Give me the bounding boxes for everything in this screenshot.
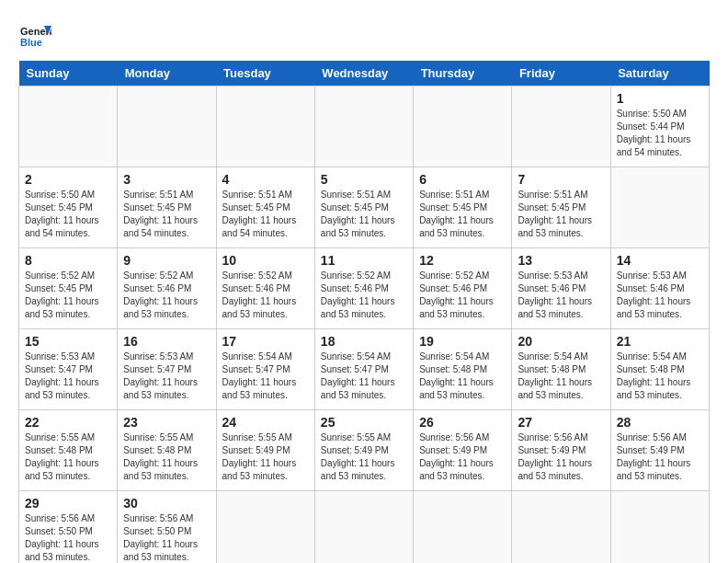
- day-info: Sunrise: 5:54 AM Sunset: 5:47 PM Dayligh…: [222, 350, 309, 402]
- day-info: Sunrise: 5:56 AM Sunset: 5:50 PM Dayligh…: [123, 512, 210, 563]
- day-number: 16: [123, 334, 210, 349]
- calendar-header-row: SundayMondayTuesdayWednesdayThursdayFrid…: [19, 61, 710, 86]
- calendar-cell: 22Sunrise: 5:55 AM Sunset: 5:48 PM Dayli…: [19, 410, 118, 491]
- calendar-cell: 1Sunrise: 5:50 AM Sunset: 5:44 PM Daylig…: [610, 86, 709, 167]
- day-number: 8: [25, 253, 111, 268]
- calendar-cell: 5Sunrise: 5:51 AM Sunset: 5:45 PM Daylig…: [314, 167, 413, 248]
- day-number: 20: [518, 334, 604, 349]
- calendar-cell: 29Sunrise: 5:56 AM Sunset: 5:50 PM Dayli…: [19, 491, 118, 564]
- day-number: 17: [222, 334, 309, 349]
- page-header: General Blue: [18, 18, 710, 52]
- day-info: Sunrise: 5:54 AM Sunset: 5:48 PM Dayligh…: [419, 350, 506, 402]
- calendar-cell: 27Sunrise: 5:56 AM Sunset: 5:49 PM Dayli…: [512, 410, 610, 491]
- day-info: Sunrise: 5:55 AM Sunset: 5:49 PM Dayligh…: [321, 431, 407, 483]
- header-wednesday: Wednesday: [314, 61, 413, 86]
- day-number: 12: [419, 253, 506, 268]
- day-info: Sunrise: 5:55 AM Sunset: 5:48 PM Dayligh…: [25, 431, 111, 483]
- day-info: Sunrise: 5:53 AM Sunset: 5:46 PM Dayligh…: [518, 270, 604, 321]
- calendar-cell: 28Sunrise: 5:56 AM Sunset: 5:49 PM Dayli…: [610, 410, 709, 491]
- day-info: Sunrise: 5:51 AM Sunset: 5:45 PM Dayligh…: [518, 189, 604, 240]
- calendar-cell: 26Sunrise: 5:56 AM Sunset: 5:49 PM Dayli…: [414, 410, 512, 491]
- calendar-table: SundayMondayTuesdayWednesdayThursdayFrid…: [18, 61, 710, 563]
- day-info: Sunrise: 5:56 AM Sunset: 5:50 PM Dayligh…: [25, 512, 111, 563]
- calendar-cell: [118, 86, 216, 167]
- day-number: 11: [321, 253, 407, 268]
- week-row-2: 2Sunrise: 5:50 AM Sunset: 5:45 PM Daylig…: [19, 167, 710, 248]
- day-number: 1: [617, 91, 703, 106]
- day-number: 27: [518, 415, 604, 430]
- day-number: 24: [222, 415, 309, 430]
- day-number: 3: [123, 172, 210, 187]
- calendar-cell: 14Sunrise: 5:53 AM Sunset: 5:46 PM Dayli…: [610, 248, 709, 329]
- calendar-cell: 12Sunrise: 5:52 AM Sunset: 5:46 PM Dayli…: [414, 248, 512, 329]
- day-number: 28: [617, 415, 703, 430]
- day-number: 26: [419, 415, 506, 430]
- calendar-cell: 4Sunrise: 5:51 AM Sunset: 5:45 PM Daylig…: [216, 167, 314, 248]
- week-row-1: 1Sunrise: 5:50 AM Sunset: 5:44 PM Daylig…: [19, 86, 710, 167]
- calendar-cell: 21Sunrise: 5:54 AM Sunset: 5:48 PM Dayli…: [610, 329, 709, 410]
- day-number: 23: [123, 415, 210, 430]
- calendar-cell: 9Sunrise: 5:52 AM Sunset: 5:46 PM Daylig…: [118, 248, 216, 329]
- day-info: Sunrise: 5:51 AM Sunset: 5:45 PM Dayligh…: [123, 189, 210, 240]
- calendar-cell: 30Sunrise: 5:56 AM Sunset: 5:50 PM Dayli…: [118, 491, 216, 564]
- calendar-cell: [414, 86, 512, 167]
- calendar-cell: 16Sunrise: 5:53 AM Sunset: 5:47 PM Dayli…: [118, 329, 216, 410]
- calendar-cell: [216, 491, 314, 564]
- day-info: Sunrise: 5:50 AM Sunset: 5:45 PM Dayligh…: [25, 189, 111, 240]
- header-monday: Monday: [118, 61, 216, 86]
- calendar-cell: [19, 86, 118, 167]
- day-info: Sunrise: 5:53 AM Sunset: 5:46 PM Dayligh…: [617, 270, 703, 321]
- day-number: 7: [518, 172, 604, 187]
- calendar-cell: 20Sunrise: 5:54 AM Sunset: 5:48 PM Dayli…: [512, 329, 610, 410]
- day-number: 15: [25, 334, 111, 349]
- week-row-5: 22Sunrise: 5:55 AM Sunset: 5:48 PM Dayli…: [19, 410, 710, 491]
- calendar-cell: 17Sunrise: 5:54 AM Sunset: 5:47 PM Dayli…: [216, 329, 314, 410]
- day-number: 29: [25, 496, 111, 511]
- calendar-cell: 8Sunrise: 5:52 AM Sunset: 5:45 PM Daylig…: [19, 248, 118, 329]
- header-friday: Friday: [512, 61, 610, 86]
- day-number: 18: [321, 334, 407, 349]
- day-info: Sunrise: 5:53 AM Sunset: 5:47 PM Dayligh…: [123, 350, 210, 402]
- calendar-cell: 6Sunrise: 5:51 AM Sunset: 5:45 PM Daylig…: [414, 167, 512, 248]
- calendar-cell: 24Sunrise: 5:55 AM Sunset: 5:49 PM Dayli…: [216, 410, 314, 491]
- calendar-cell: [512, 86, 610, 167]
- header-sunday: Sunday: [19, 61, 118, 86]
- day-info: Sunrise: 5:55 AM Sunset: 5:49 PM Dayligh…: [222, 431, 309, 483]
- day-info: Sunrise: 5:54 AM Sunset: 5:48 PM Dayligh…: [617, 350, 703, 402]
- calendar-cell: 23Sunrise: 5:55 AM Sunset: 5:48 PM Dayli…: [118, 410, 216, 491]
- calendar-cell: 25Sunrise: 5:55 AM Sunset: 5:49 PM Dayli…: [314, 410, 413, 491]
- day-number: 5: [321, 172, 407, 187]
- logo-icon: General Blue: [18, 18, 51, 52]
- day-info: Sunrise: 5:50 AM Sunset: 5:44 PM Dayligh…: [617, 108, 703, 159]
- calendar-cell: [610, 167, 709, 248]
- calendar-cell: [414, 491, 512, 564]
- calendar-cell: 18Sunrise: 5:54 AM Sunset: 5:47 PM Dayli…: [314, 329, 413, 410]
- svg-text:Blue: Blue: [20, 37, 42, 48]
- day-info: Sunrise: 5:55 AM Sunset: 5:48 PM Dayligh…: [123, 431, 210, 483]
- day-info: Sunrise: 5:52 AM Sunset: 5:45 PM Dayligh…: [25, 270, 111, 321]
- day-info: Sunrise: 5:51 AM Sunset: 5:45 PM Dayligh…: [321, 189, 407, 240]
- calendar-cell: 7Sunrise: 5:51 AM Sunset: 5:45 PM Daylig…: [512, 167, 610, 248]
- calendar-cell: 19Sunrise: 5:54 AM Sunset: 5:48 PM Dayli…: [414, 329, 512, 410]
- calendar-cell: [512, 491, 610, 564]
- day-info: Sunrise: 5:56 AM Sunset: 5:49 PM Dayligh…: [518, 431, 604, 483]
- header-tuesday: Tuesday: [216, 61, 314, 86]
- day-info: Sunrise: 5:54 AM Sunset: 5:47 PM Dayligh…: [321, 350, 407, 402]
- calendar-cell: 2Sunrise: 5:50 AM Sunset: 5:45 PM Daylig…: [19, 167, 118, 248]
- calendar-cell: 10Sunrise: 5:52 AM Sunset: 5:46 PM Dayli…: [216, 248, 314, 329]
- day-info: Sunrise: 5:52 AM Sunset: 5:46 PM Dayligh…: [419, 270, 506, 321]
- calendar-cell: 15Sunrise: 5:53 AM Sunset: 5:47 PM Dayli…: [19, 329, 118, 410]
- calendar-cell: [216, 86, 314, 167]
- week-row-3: 8Sunrise: 5:52 AM Sunset: 5:45 PM Daylig…: [19, 248, 710, 329]
- logo: General Blue: [18, 18, 55, 52]
- header-thursday: Thursday: [414, 61, 512, 86]
- day-info: Sunrise: 5:53 AM Sunset: 5:47 PM Dayligh…: [25, 350, 111, 402]
- day-info: Sunrise: 5:54 AM Sunset: 5:48 PM Dayligh…: [518, 350, 604, 402]
- day-info: Sunrise: 5:52 AM Sunset: 5:46 PM Dayligh…: [222, 270, 309, 321]
- day-info: Sunrise: 5:56 AM Sunset: 5:49 PM Dayligh…: [617, 431, 703, 483]
- day-number: 10: [222, 253, 309, 268]
- day-info: Sunrise: 5:52 AM Sunset: 5:46 PM Dayligh…: [123, 270, 210, 321]
- header-saturday: Saturday: [610, 61, 709, 86]
- calendar-cell: 3Sunrise: 5:51 AM Sunset: 5:45 PM Daylig…: [118, 167, 216, 248]
- calendar-cell: [610, 491, 709, 564]
